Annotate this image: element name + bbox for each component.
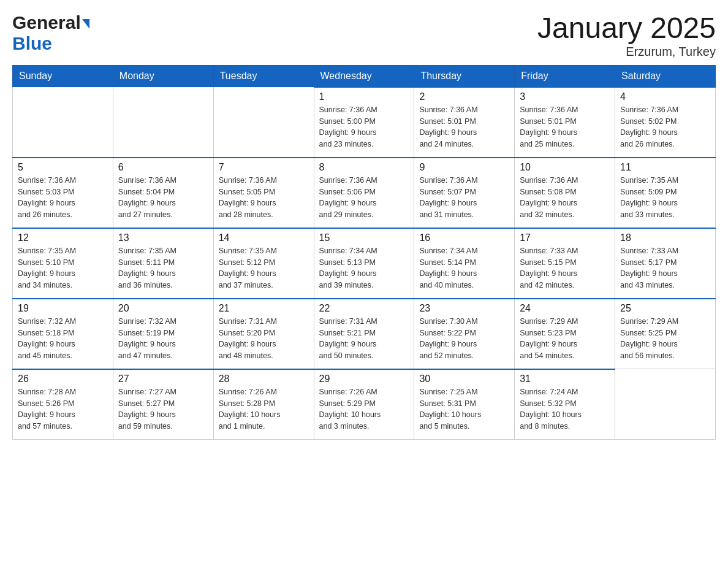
- calendar-cell: [13, 87, 113, 158]
- calendar-cell: [615, 369, 716, 440]
- calendar-cell: 3Sunrise: 7:36 AM Sunset: 5:01 PM Daylig…: [515, 87, 615, 158]
- page-header: General Blue January 2025 Erzurum, Turke…: [12, 12, 716, 59]
- day-info: Sunrise: 7:29 AM Sunset: 5:23 PM Dayligh…: [520, 316, 610, 362]
- month-title: January 2025: [537, 12, 716, 45]
- calendar-cell: 29Sunrise: 7:26 AM Sunset: 5:29 PM Dayli…: [314, 369, 414, 440]
- day-number: 23: [419, 303, 509, 314]
- day-number: 11: [620, 162, 710, 173]
- day-number: 6: [118, 162, 208, 173]
- calendar-cell: [113, 87, 213, 158]
- day-info: Sunrise: 7:36 AM Sunset: 5:01 PM Dayligh…: [520, 104, 610, 150]
- header-tuesday: Tuesday: [213, 65, 314, 87]
- calendar-cell: 4Sunrise: 7:36 AM Sunset: 5:02 PM Daylig…: [615, 87, 716, 158]
- calendar-week-row: 1Sunrise: 7:36 AM Sunset: 5:00 PM Daylig…: [13, 87, 716, 158]
- day-info: Sunrise: 7:24 AM Sunset: 5:32 PM Dayligh…: [520, 386, 610, 432]
- day-number: 16: [419, 232, 509, 243]
- logo-blue-text: Blue: [12, 33, 52, 54]
- calendar-cell: 2Sunrise: 7:36 AM Sunset: 5:01 PM Daylig…: [414, 87, 515, 158]
- calendar-table: Sunday Monday Tuesday Wednesday Thursday…: [12, 65, 716, 440]
- day-info: Sunrise: 7:36 AM Sunset: 5:02 PM Dayligh…: [620, 104, 710, 150]
- calendar-cell: 16Sunrise: 7:34 AM Sunset: 5:14 PM Dayli…: [414, 228, 515, 299]
- calendar-cell: 18Sunrise: 7:33 AM Sunset: 5:17 PM Dayli…: [615, 228, 716, 299]
- day-info: Sunrise: 7:29 AM Sunset: 5:25 PM Dayligh…: [620, 316, 710, 362]
- day-number: 25: [620, 303, 710, 314]
- day-number: 18: [620, 232, 710, 243]
- day-info: Sunrise: 7:36 AM Sunset: 5:06 PM Dayligh…: [319, 175, 409, 221]
- day-info: Sunrise: 7:26 AM Sunset: 5:29 PM Dayligh…: [319, 386, 409, 432]
- header-saturday: Saturday: [615, 65, 716, 87]
- day-number: 13: [118, 232, 208, 243]
- header-thursday: Thursday: [414, 65, 515, 87]
- day-info: Sunrise: 7:27 AM Sunset: 5:27 PM Dayligh…: [118, 386, 208, 432]
- day-info: Sunrise: 7:34 AM Sunset: 5:13 PM Dayligh…: [319, 245, 409, 291]
- calendar-cell: 28Sunrise: 7:26 AM Sunset: 5:28 PM Dayli…: [213, 369, 314, 440]
- calendar-cell: [213, 87, 314, 158]
- day-info: Sunrise: 7:25 AM Sunset: 5:31 PM Dayligh…: [419, 386, 509, 432]
- calendar-cell: 19Sunrise: 7:32 AM Sunset: 5:18 PM Dayli…: [13, 299, 113, 369]
- logo-triangle-icon: [82, 19, 89, 29]
- day-info: Sunrise: 7:33 AM Sunset: 5:15 PM Dayligh…: [520, 245, 610, 291]
- day-number: 5: [18, 162, 108, 173]
- day-info: Sunrise: 7:31 AM Sunset: 5:21 PM Dayligh…: [319, 316, 409, 362]
- calendar-cell: 30Sunrise: 7:25 AM Sunset: 5:31 PM Dayli…: [414, 369, 515, 440]
- calendar-cell: 23Sunrise: 7:30 AM Sunset: 5:22 PM Dayli…: [414, 299, 515, 369]
- day-info: Sunrise: 7:36 AM Sunset: 5:08 PM Dayligh…: [520, 175, 610, 221]
- day-info: Sunrise: 7:36 AM Sunset: 5:05 PM Dayligh…: [219, 175, 309, 221]
- calendar-cell: 17Sunrise: 7:33 AM Sunset: 5:15 PM Dayli…: [515, 228, 615, 299]
- day-number: 10: [520, 162, 610, 173]
- day-info: Sunrise: 7:35 AM Sunset: 5:09 PM Dayligh…: [620, 175, 710, 221]
- header-monday: Monday: [113, 65, 213, 87]
- day-number: 17: [520, 232, 610, 243]
- day-number: 8: [319, 162, 409, 173]
- calendar-cell: 20Sunrise: 7:32 AM Sunset: 5:19 PM Dayli…: [113, 299, 213, 369]
- calendar-cell: 27Sunrise: 7:27 AM Sunset: 5:27 PM Dayli…: [113, 369, 213, 440]
- calendar-cell: 6Sunrise: 7:36 AM Sunset: 5:04 PM Daylig…: [113, 158, 213, 228]
- calendar-cell: 8Sunrise: 7:36 AM Sunset: 5:06 PM Daylig…: [314, 158, 414, 228]
- day-info: Sunrise: 7:35 AM Sunset: 5:11 PM Dayligh…: [118, 245, 208, 291]
- calendar-cell: 9Sunrise: 7:36 AM Sunset: 5:07 PM Daylig…: [414, 158, 515, 228]
- calendar-cell: 26Sunrise: 7:28 AM Sunset: 5:26 PM Dayli…: [13, 369, 113, 440]
- calendar-cell: 5Sunrise: 7:36 AM Sunset: 5:03 PM Daylig…: [13, 158, 113, 228]
- day-info: Sunrise: 7:34 AM Sunset: 5:14 PM Dayligh…: [419, 245, 509, 291]
- calendar-cell: 22Sunrise: 7:31 AM Sunset: 5:21 PM Dayli…: [314, 299, 414, 369]
- day-number: 31: [520, 373, 610, 385]
- day-number: 4: [620, 91, 710, 102]
- day-info: Sunrise: 7:35 AM Sunset: 5:10 PM Dayligh…: [18, 245, 108, 291]
- calendar-cell: 10Sunrise: 7:36 AM Sunset: 5:08 PM Dayli…: [515, 158, 615, 228]
- day-info: Sunrise: 7:31 AM Sunset: 5:20 PM Dayligh…: [219, 316, 309, 362]
- calendar-cell: 25Sunrise: 7:29 AM Sunset: 5:25 PM Dayli…: [615, 299, 716, 369]
- day-info: Sunrise: 7:36 AM Sunset: 5:03 PM Dayligh…: [18, 175, 108, 221]
- calendar-week-row: 5Sunrise: 7:36 AM Sunset: 5:03 PM Daylig…: [13, 158, 716, 228]
- day-number: 14: [219, 232, 309, 243]
- day-info: Sunrise: 7:35 AM Sunset: 5:12 PM Dayligh…: [219, 245, 309, 291]
- day-number: 22: [319, 303, 409, 314]
- day-number: 28: [219, 373, 309, 385]
- day-info: Sunrise: 7:36 AM Sunset: 5:07 PM Dayligh…: [419, 175, 509, 221]
- header-wednesday: Wednesday: [314, 65, 414, 87]
- day-number: 20: [118, 303, 208, 314]
- day-number: 24: [520, 303, 610, 314]
- calendar-header-row: Sunday Monday Tuesday Wednesday Thursday…: [13, 65, 716, 87]
- calendar-cell: 11Sunrise: 7:35 AM Sunset: 5:09 PM Dayli…: [615, 158, 716, 228]
- day-number: 19: [18, 303, 108, 314]
- day-info: Sunrise: 7:33 AM Sunset: 5:17 PM Dayligh…: [620, 245, 710, 291]
- day-number: 12: [18, 232, 108, 243]
- day-number: 1: [319, 91, 409, 102]
- location-text: Erzurum, Turkey: [537, 45, 716, 59]
- day-info: Sunrise: 7:32 AM Sunset: 5:19 PM Dayligh…: [118, 316, 208, 362]
- header-friday: Friday: [515, 65, 615, 87]
- day-number: 30: [419, 373, 509, 385]
- day-number: 26: [18, 373, 108, 385]
- day-info: Sunrise: 7:30 AM Sunset: 5:22 PM Dayligh…: [419, 316, 509, 362]
- calendar-cell: 24Sunrise: 7:29 AM Sunset: 5:23 PM Dayli…: [515, 299, 615, 369]
- day-info: Sunrise: 7:26 AM Sunset: 5:28 PM Dayligh…: [219, 386, 309, 432]
- day-number: 7: [219, 162, 309, 173]
- day-info: Sunrise: 7:36 AM Sunset: 5:01 PM Dayligh…: [419, 104, 509, 150]
- day-info: Sunrise: 7:36 AM Sunset: 5:00 PM Dayligh…: [319, 104, 409, 150]
- day-info: Sunrise: 7:36 AM Sunset: 5:04 PM Dayligh…: [118, 175, 208, 221]
- day-number: 21: [219, 303, 309, 314]
- day-number: 2: [419, 91, 509, 102]
- day-info: Sunrise: 7:28 AM Sunset: 5:26 PM Dayligh…: [18, 386, 108, 432]
- calendar-cell: 7Sunrise: 7:36 AM Sunset: 5:05 PM Daylig…: [213, 158, 314, 228]
- calendar-cell: 21Sunrise: 7:31 AM Sunset: 5:20 PM Dayli…: [213, 299, 314, 369]
